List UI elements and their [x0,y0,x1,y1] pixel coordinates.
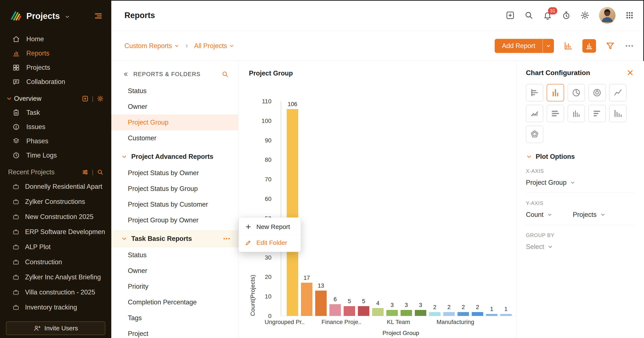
double-chevron-left-icon[interactable] [122,71,129,78]
y-axis-entity-select[interactable]: Projects [573,211,606,218]
tile-bar-horizontal-chart[interactable] [526,84,543,101]
report-item[interactable]: Project Status by Owner [111,165,238,181]
plot-options-header[interactable]: Plot Options [526,153,634,161]
sidebar-item-collaboration[interactable]: Collaboration [0,75,111,89]
add-report-dropdown[interactable] [542,39,554,53]
breadcrumb-custom-reports[interactable]: Custom Reports [124,42,179,50]
recent-project-label: New Construction 2025 [25,213,94,221]
add-report-button[interactable]: Add Report [495,39,542,53]
main-area: Reports 31 Custom Reports [111,0,644,338]
report-item[interactable]: Status [111,247,238,263]
filter-sliders-icon[interactable] [82,169,88,176]
tile-area-chart[interactable] [526,105,543,122]
recent-project-item[interactable]: Inventory tracking [0,300,111,315]
tile-column-chart[interactable] [547,84,564,101]
sidebar-item-projects[interactable]: Projects [0,60,111,75]
recent-project-item[interactable]: Zylker Constructions [0,194,111,209]
collapse-sidebar-icon[interactable] [94,12,103,21]
bar[interactable]: 3 [415,302,426,316]
tile-pie-chart[interactable] [568,84,585,101]
breadcrumb-all-projects[interactable]: All Projects [194,42,234,50]
bar[interactable]: 17 [301,275,312,316]
folder-task-basic-reports[interactable]: Task Basic Reports [111,230,238,247]
chart-area: Project Group Count(Projects) 0102030405… [238,61,516,338]
invite-users-button[interactable]: Invite Users [6,321,105,335]
report-item-customer[interactable]: Customer [111,130,238,146]
folder-more-icon[interactable] [222,234,231,243]
tile-histogram-chart[interactable] [568,105,585,122]
sidebar-item-reports[interactable]: Reports [0,46,111,60]
close-icon[interactable] [626,69,634,77]
tile-stacked-bar-chart[interactable] [547,105,564,122]
recent-project-item[interactable]: Donnelly Residential Apart [0,179,111,194]
report-item[interactable]: Project Group by Owner [111,212,238,228]
bar[interactable]: 5 [358,298,369,316]
bar[interactable]: 3 [400,302,412,316]
bar[interactable]: 1 [500,306,512,316]
sidebar-item-phases[interactable]: Phases [0,134,111,148]
folder-project-advanced-reports[interactable]: Project Advanced Reports [111,148,238,165]
x-axis-select[interactable]: Project Group [526,179,634,186]
chart-view-toggle-button[interactable] [582,39,596,53]
bar[interactable]: 1 [486,306,498,316]
recent-project-item[interactable]: Zylker Inc Analyst Briefing [0,269,111,285]
brand[interactable]: Projects [0,0,111,32]
context-menu-new-report[interactable]: New Report [239,219,300,235]
context-menu-edit-folder[interactable]: Edit Folder [239,235,300,250]
report-item[interactable]: Completion Percentage [111,294,238,310]
filter-icon[interactable] [605,41,615,51]
timer-icon[interactable] [562,11,571,20]
notifications-button[interactable]: 31 [543,11,552,20]
y-axis-metric-select[interactable]: Count [526,211,552,218]
sidebar-item-time-logs[interactable]: Time Logs [0,148,111,162]
recent-project-item[interactable]: ERP Software Developmen [0,224,111,239]
add-square-icon[interactable] [82,95,88,102]
report-item-status[interactable]: Status [111,83,238,99]
avatar[interactable] [599,7,616,24]
search-icon[interactable] [97,169,104,176]
sidebar-item-home[interactable]: Home [0,32,111,46]
recent-project-item[interactable]: ALP Plot [0,239,111,254]
sidebar-item-label: Reports [26,50,50,57]
add-new-icon[interactable] [506,11,515,20]
more-icon[interactable] [624,41,634,51]
bar[interactable]: 2 [443,304,455,316]
bar[interactable]: 6 [330,296,341,316]
tile-radar-chart[interactable] [526,126,543,143]
sidebar-item-task[interactable]: Task [0,105,111,120]
report-item[interactable]: Project [111,326,238,338]
group-by-select[interactable]: Select [526,243,634,251]
search-icon[interactable] [222,71,229,78]
bar[interactable]: 13 [315,282,327,316]
tile-funnel-bar-chart[interactable] [588,105,606,122]
bar[interactable]: 2 [429,304,440,316]
gear-icon[interactable] [580,11,590,20]
chart-axes-icon[interactable] [563,41,573,51]
chevron-down-icon[interactable] [64,14,70,20]
recent-project-item[interactable]: Villa construction - 2025 [0,285,111,300]
bar[interactable]: 4 [372,300,384,316]
bar[interactable]: 3 [386,302,398,316]
sidebar-item-issues[interactable]: Issues [0,120,111,134]
bar[interactable]: 2 [458,304,469,316]
overview-section-header[interactable]: Overview | [0,92,111,105]
report-item[interactable]: Priority [111,279,238,294]
gear-icon[interactable] [97,95,104,102]
apps-grid-icon[interactable] [625,11,634,20]
report-item[interactable]: Owner [111,263,238,279]
bar[interactable]: 5 [344,298,355,316]
tile-line-chart[interactable] [609,84,626,101]
recent-project-item[interactable]: Construction [0,254,111,269]
search-icon[interactable] [524,11,534,20]
tile-waterfall-chart[interactable] [609,105,626,122]
bar[interactable]: 2 [472,304,483,316]
report-item-owner[interactable]: Owner [111,99,238,115]
tile-donut-chart[interactable] [588,84,606,101]
report-item[interactable]: Tags [111,310,238,326]
report-item[interactable]: Project Status by Customer [111,197,238,212]
report-item[interactable]: Project Status by Group [111,181,238,197]
recent-project-label: Donnelly Residential Apart [25,183,102,190]
report-item-project-group[interactable]: Project Group [111,115,238,130]
recent-project-item[interactable]: New Construction 2025 [0,209,111,224]
bar[interactable]: 106 [287,101,298,316]
